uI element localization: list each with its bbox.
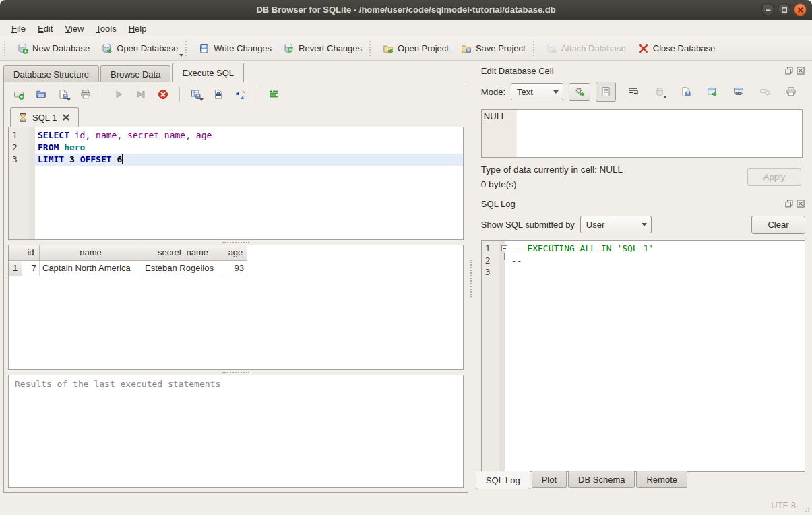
apply-mode-button[interactable] (569, 83, 590, 101)
export-cell-icon (681, 86, 691, 97)
minimize-icon[interactable] (761, 3, 774, 16)
open-database-button[interactable]: Open Database (96, 39, 184, 58)
stop-sql-button[interactable] (155, 86, 171, 102)
find-replace-button[interactable] (210, 86, 226, 102)
tab-db-schema[interactable]: DB Schema (568, 471, 635, 488)
float-panel-icon[interactable] (784, 66, 794, 75)
menu-help[interactable]: Help (123, 22, 153, 35)
save-project-button[interactable]: Save Project (455, 39, 532, 58)
toolbar-button-label: Attach Database (561, 43, 626, 53)
toolbar-button-label: Open Database (117, 43, 178, 53)
table-cell[interactable]: 93 (224, 261, 247, 276)
tab-sql-log[interactable]: SQL Log (476, 471, 530, 489)
tab-sql1[interactable]: SQL 1 (10, 107, 79, 127)
titlebar[interactable]: DB Browser for SQLite - /home/user/code/… (0, 0, 812, 20)
close-database-button[interactable]: Close Database (632, 39, 722, 58)
menu-view[interactable]: View (59, 22, 90, 35)
toolbar-button-label: Save Project (476, 43, 526, 53)
set-null-button[interactable] (756, 83, 774, 100)
toolbar-button-label: Write Changes (214, 43, 272, 53)
dropdown-caret-icon[interactable] (179, 54, 183, 57)
print-cell-button[interactable] (782, 83, 800, 100)
print-sql-button[interactable] (77, 86, 94, 102)
new-sql-tab-button[interactable] (11, 86, 27, 102)
toolbar-grip[interactable] (533, 41, 537, 56)
close-tab-icon[interactable] (61, 112, 71, 123)
dropdown-caret-icon[interactable] (663, 96, 667, 98)
open-external-button[interactable] (704, 83, 721, 100)
execute-sql-panel: az SQL 1 1SELECT id, name, secret_name, … (3, 82, 468, 493)
new-database-button[interactable]: New Database (11, 39, 96, 58)
log-text (511, 266, 805, 278)
execute-line-button[interactable] (133, 86, 149, 102)
tab-browse-data[interactable]: Browse Data (100, 65, 170, 82)
apply-button[interactable]: Apply (747, 168, 801, 186)
save-sql-file-button[interactable] (55, 86, 71, 102)
write-changes-button[interactable]: Write Changes (193, 39, 278, 58)
code-token (64, 154, 69, 164)
close-icon[interactable] (794, 3, 807, 16)
cell-editor[interactable]: NULL (481, 109, 803, 158)
table-row[interactable]: 17Captain North AmericaEsteban Rogelios9… (9, 261, 463, 276)
toolbar-grip[interactable] (185, 41, 189, 56)
tab-plot[interactable]: Plot (532, 471, 567, 488)
maximize-icon[interactable] (778, 3, 790, 16)
dropdown-caret-icon[interactable] (199, 98, 204, 101)
open-sql-file-button[interactable] (33, 86, 49, 102)
log-line: 2-- (482, 255, 805, 267)
hourglass-icon (18, 112, 28, 123)
menu-file[interactable]: File (5, 22, 32, 35)
copy-link-button[interactable] (730, 83, 747, 100)
toolbar-grip[interactable] (369, 41, 373, 56)
results-grid[interactable]: idnamesecret_nameage17Captain North Amer… (8, 245, 464, 370)
mode-select[interactable]: Text (511, 83, 563, 100)
toolbar-grip[interactable] (4, 41, 8, 56)
close-panel-icon[interactable] (796, 66, 805, 75)
open-project-button[interactable]: Open Project (377, 39, 455, 58)
table-cell[interactable]: Captain North America (40, 261, 142, 276)
resize-grip[interactable] (804, 507, 809, 512)
text-mode-button[interactable] (596, 82, 616, 102)
grid-corner[interactable] (9, 245, 22, 261)
column-header-id[interactable]: id (22, 245, 40, 261)
gear-go-icon (574, 86, 585, 97)
word-wrap-button[interactable] (625, 83, 642, 100)
tab-database-structure[interactable]: Database Structure (3, 65, 99, 82)
menu-tools[interactable]: Tools (90, 22, 122, 35)
revert-changes-button[interactable]: Revert Changes (278, 39, 368, 58)
export-results-button[interactable] (188, 86, 204, 102)
dropdown-caret-icon[interactable] (67, 98, 71, 101)
tab-remote[interactable]: Remote (636, 471, 687, 488)
column-header-name[interactable]: name (40, 245, 142, 261)
attach-database-button[interactable]: Attach Database (540, 39, 632, 58)
table-cell[interactable]: Esteban Rogelios (142, 261, 224, 276)
sql-log-editor[interactable]: 1-- EXECUTING ALL IN 'SQL 1'2--3 (481, 240, 805, 472)
float-panel-icon[interactable] (784, 199, 794, 208)
format-sql-button[interactable]: az (232, 86, 249, 102)
auto-format-button[interactable] (266, 86, 282, 102)
results-message-box[interactable]: Results of the last executed statements (8, 375, 464, 488)
column-header-secret_name[interactable]: secret_name (142, 245, 224, 261)
fold-margin (29, 129, 35, 142)
sql-code-editor[interactable]: 1SELECT id, name, secret_name, age2FROM … (8, 127, 464, 240)
tab-execute-sql[interactable]: Execute SQL (172, 63, 244, 82)
close-panel-icon[interactable] (796, 199, 805, 208)
column-header-age[interactable]: age (224, 245, 247, 261)
fold-collapse-icon[interactable] (501, 245, 507, 251)
new-sql-tab-icon (13, 89, 24, 100)
execute-line-icon (135, 89, 146, 100)
export-cell-button[interactable] (677, 83, 695, 100)
line-number: 1 (482, 243, 499, 255)
grid-message-splitter[interactable] (4, 370, 468, 375)
menu-edit[interactable]: Edit (32, 22, 59, 35)
editor-grid-splitter[interactable] (4, 240, 468, 245)
clear-button[interactable]: Clear (751, 216, 805, 234)
row-number[interactable]: 1 (9, 261, 22, 276)
execute-sql-button[interactable] (111, 86, 127, 102)
sql-file-tab-bar: SQL 1 (4, 107, 468, 127)
import-cell-button[interactable] (651, 83, 668, 100)
code-text: FROM hero (35, 142, 463, 154)
toolbar-button-label: Open Project (398, 43, 449, 53)
table-cell[interactable]: 7 (22, 261, 40, 276)
log-filter-select[interactable]: User (580, 216, 652, 233)
